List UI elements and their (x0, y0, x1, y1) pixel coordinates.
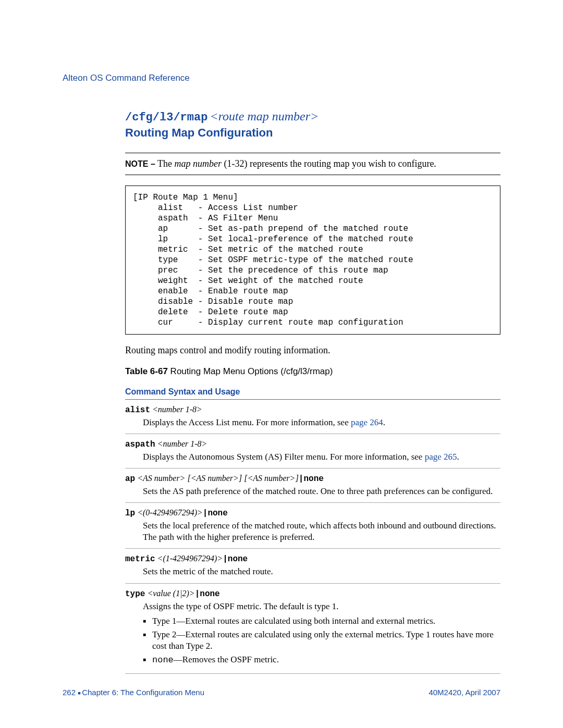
cmd-desc: Displays the Access List menu. For more … (143, 417, 500, 428)
cmd-none: none (207, 509, 227, 518)
mono-none: none (152, 655, 174, 665)
type-bullet-list: Type 1—External routes are calculated us… (143, 615, 500, 666)
page-ref-link[interactable]: page 265 (425, 452, 457, 462)
section-heading: /cfg/l3/rmap <route map number> Routing … (125, 109, 500, 140)
list-item: Type 1—External routes are calculated us… (143, 615, 500, 627)
list-item: none—Removes the OSPF metric. (143, 654, 500, 666)
cmd-keyword: ap (125, 474, 135, 484)
cmd-desc: Sets the local preference of the matched… (143, 520, 500, 543)
type-desc: Assigns the type of OSPF metric. The def… (143, 601, 339, 611)
menu-code-block: [IP Route Map 1 Menu] alist - Access Lis… (125, 186, 500, 335)
cmd-line: aspath <number 1-8> (125, 439, 500, 449)
cmd-entry-type: type <value (1|2)>|none Assigns the type… (125, 584, 500, 674)
table-title: Routing Map Menu Options (/cfg/l3/rmap) (168, 366, 333, 376)
desc-pre: Displays the Access List menu. For more … (143, 417, 351, 427)
cmd-none: none (228, 554, 248, 564)
b3-rest: —Removes the OSPF metric. (174, 655, 279, 664)
cmd-arg: <(0-4294967294)> (135, 508, 203, 517)
cmd-none: none (303, 474, 323, 484)
footer-right: 40M2420, April 2007 (429, 688, 500, 697)
cmd-entry-alist: alist <number 1-8> Displays the Access L… (125, 400, 500, 434)
book-title: Alteon OS Command Reference (63, 73, 500, 83)
note-block: NOTE – The map number (1-32) represents … (125, 153, 500, 175)
cmd-desc: Displays the Autonomous System (AS) Filt… (143, 451, 500, 463)
cmd-sep: | (223, 554, 228, 564)
cmd-arg: <(1-4294967294)> (155, 554, 223, 563)
cmd-arg: <value (1|2)> (145, 589, 194, 598)
cmd-entry-aspath: aspath <number 1-8> Displays the Autonom… (125, 434, 500, 468)
page-number: 262 (63, 688, 76, 697)
cmd-arg: <number 1-8> (155, 439, 207, 448)
cmd-keyword: type (125, 589, 145, 599)
cmd-arg: <AS number> [<AS number>] [<AS number>] (135, 474, 299, 483)
cmd-sep: | (195, 589, 200, 599)
desc-pre: Displays the Autonomous System (AS) Filt… (143, 452, 425, 462)
cmd-keyword: lp (125, 509, 135, 518)
cmd-keyword: aspath (125, 440, 155, 449)
cmd-line: ap <AS number> [<AS number>] [<AS number… (125, 474, 500, 484)
command-path: /cfg/l3/rmap (125, 111, 207, 124)
cmd-desc: Assigns the type of OSPF metric. The def… (143, 601, 500, 666)
cmd-entry-ap: ap <AS number> [<AS number>] [<AS number… (125, 468, 500, 503)
chapter-label: Chapter 6: The Configuration Menu (82, 688, 204, 697)
table-number: Table 6-67 (125, 366, 168, 376)
footer-left: 262 ■ Chapter 6: The Configuration Menu (63, 688, 204, 697)
cmd-line: type <value (1|2)>|none (125, 589, 500, 599)
note-post: (1-32) represents the routing map you wi… (222, 158, 436, 169)
syntax-usage-header: Command Syntax and Usage (125, 387, 500, 400)
desc-post: . (383, 417, 385, 427)
command-param: <route map number> (210, 109, 319, 123)
page: Alteon OS Command Reference /cfg/l3/rmap… (0, 0, 563, 728)
cmd-line: alist <number 1-8> (125, 405, 500, 415)
square-icon: ■ (78, 690, 82, 696)
cmd-arg: <number 1-8> (150, 405, 202, 414)
cmd-sep: | (203, 509, 208, 518)
cmd-entry-metric: metric <(1-4294967294)>|none Sets the me… (125, 549, 500, 583)
note-pre: The (155, 158, 175, 169)
table-caption: Table 6-67 Routing Map Menu Options (/cf… (125, 366, 500, 377)
cmd-line: lp <(0-4294967294)>|none (125, 508, 500, 518)
list-item: Type 2—External routes are calculated us… (143, 629, 500, 652)
cmd-line: metric <(1-4294967294)>|none (125, 554, 500, 564)
cmd-keyword: alist (125, 405, 150, 415)
cmd-keyword: metric (125, 554, 155, 564)
cmd-desc: Sets the AS path preference of the match… (143, 486, 500, 497)
page-ref-link[interactable]: page 264 (351, 417, 383, 427)
cmd-none: none (200, 589, 219, 599)
page-footer: 262 ■ Chapter 6: The Configuration Menu … (63, 688, 500, 697)
body-paragraph: Routing maps control and modify routing … (125, 345, 500, 356)
section-subtitle: Routing Map Configuration (125, 126, 500, 140)
note-em: map number (174, 158, 222, 169)
note-label: NOTE – (125, 159, 155, 168)
desc-post: . (457, 452, 459, 462)
cmd-desc: Sets the metric of the matched route. (143, 566, 500, 577)
cmd-entry-lp: lp <(0-4294967294)>|none Sets the local … (125, 503, 500, 549)
